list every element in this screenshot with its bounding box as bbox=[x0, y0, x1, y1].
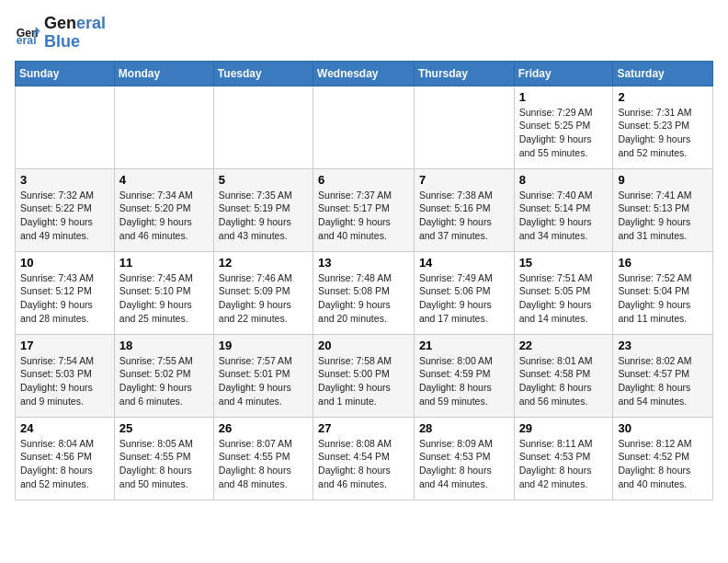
day-number: 5 bbox=[219, 173, 308, 187]
day-number: 17 bbox=[20, 339, 109, 352]
calendar-cell: 5Sunrise: 7:35 AMSunset: 5:19 PMDaylight… bbox=[213, 168, 313, 251]
day-number: 26 bbox=[219, 421, 308, 435]
calendar-cell: 12Sunrise: 7:46 AMSunset: 5:09 PMDayligh… bbox=[213, 251, 313, 334]
day-number: 27 bbox=[318, 421, 409, 435]
day-number: 9 bbox=[618, 173, 708, 187]
day-info: Sunrise: 8:07 AMSunset: 4:55 PMDaylight:… bbox=[219, 437, 308, 491]
day-info: Sunrise: 8:12 AMSunset: 4:52 PMDaylight:… bbox=[618, 437, 708, 491]
day-info: Sunrise: 8:08 AMSunset: 4:54 PMDaylight:… bbox=[318, 437, 409, 491]
calendar-cell: 14Sunrise: 7:49 AMSunset: 5:06 PMDayligh… bbox=[414, 251, 514, 334]
day-info: Sunrise: 7:48 AMSunset: 5:08 PMDaylight:… bbox=[318, 271, 409, 326]
day-info: Sunrise: 8:02 AMSunset: 4:57 PMDaylight:… bbox=[618, 354, 708, 408]
weekday-header-sunday: Sunday bbox=[16, 61, 115, 86]
svg-text:eral: eral bbox=[17, 34, 37, 46]
calendar-cell: 19Sunrise: 7:57 AMSunset: 5:01 PMDayligh… bbox=[213, 334, 313, 417]
day-info: Sunrise: 7:31 AMSunset: 5:23 PMDaylight:… bbox=[618, 106, 708, 160]
day-number: 21 bbox=[419, 339, 509, 352]
weekday-header-tuesday: Tuesday bbox=[213, 61, 313, 86]
calendar-cell: 6Sunrise: 7:37 AMSunset: 5:17 PMDaylight… bbox=[313, 168, 415, 251]
day-number: 18 bbox=[119, 339, 209, 352]
day-info: Sunrise: 7:35 AMSunset: 5:19 PMDaylight:… bbox=[219, 189, 308, 243]
weekday-header-thursday: Thursday bbox=[414, 61, 514, 86]
day-number: 12 bbox=[219, 256, 308, 270]
calendar-week-4: 17Sunrise: 7:54 AMSunset: 5:03 PMDayligh… bbox=[16, 334, 713, 417]
calendar-cell: 22Sunrise: 8:01 AMSunset: 4:58 PMDayligh… bbox=[514, 334, 613, 417]
day-info: Sunrise: 7:38 AMSunset: 5:16 PMDaylight:… bbox=[419, 189, 509, 243]
day-info: Sunrise: 8:11 AMSunset: 4:53 PMDaylight:… bbox=[519, 437, 609, 491]
calendar-cell bbox=[114, 86, 213, 168]
calendar-cell bbox=[414, 86, 514, 168]
day-number: 19 bbox=[219, 339, 308, 352]
calendar-cell: 28Sunrise: 8:09 AMSunset: 4:53 PMDayligh… bbox=[414, 417, 514, 500]
calendar-cell: 8Sunrise: 7:40 AMSunset: 5:14 PMDaylight… bbox=[514, 168, 613, 251]
day-info: Sunrise: 7:45 AMSunset: 5:10 PMDaylight:… bbox=[119, 271, 209, 326]
calendar-cell: 1Sunrise: 7:29 AMSunset: 5:25 PMDaylight… bbox=[514, 86, 613, 168]
day-info: Sunrise: 8:00 AMSunset: 4:59 PMDaylight:… bbox=[419, 354, 509, 408]
day-number: 14 bbox=[419, 256, 509, 270]
day-info: Sunrise: 8:04 AMSunset: 4:56 PMDaylight:… bbox=[20, 437, 109, 491]
calendar-cell: 29Sunrise: 8:11 AMSunset: 4:53 PMDayligh… bbox=[514, 417, 613, 500]
day-info: Sunrise: 7:29 AMSunset: 5:25 PMDaylight:… bbox=[519, 106, 609, 160]
day-number: 29 bbox=[519, 421, 609, 435]
day-info: Sunrise: 7:51 AMSunset: 5:05 PMDaylight:… bbox=[519, 271, 609, 326]
day-number: 24 bbox=[20, 421, 109, 435]
logo-icon: Gen eral bbox=[15, 20, 40, 46]
calendar-cell: 25Sunrise: 8:05 AMSunset: 4:55 PMDayligh… bbox=[114, 417, 213, 500]
calendar-cell: 3Sunrise: 7:32 AMSunset: 5:22 PMDaylight… bbox=[16, 168, 115, 251]
day-number: 25 bbox=[119, 421, 209, 435]
calendar-cell: 21Sunrise: 8:00 AMSunset: 4:59 PMDayligh… bbox=[414, 334, 514, 417]
day-info: Sunrise: 7:41 AMSunset: 5:13 PMDaylight:… bbox=[618, 189, 708, 243]
calendar-header: SundayMondayTuesdayWednesdayThursdayFrid… bbox=[16, 61, 713, 86]
day-info: Sunrise: 8:09 AMSunset: 4:53 PMDaylight:… bbox=[419, 437, 509, 491]
day-info: Sunrise: 7:58 AMSunset: 5:00 PMDaylight:… bbox=[318, 354, 409, 408]
day-info: Sunrise: 7:57 AMSunset: 5:01 PMDaylight:… bbox=[219, 354, 308, 408]
calendar-cell: 26Sunrise: 8:07 AMSunset: 4:55 PMDayligh… bbox=[213, 417, 313, 500]
calendar-cell: 2Sunrise: 7:31 AMSunset: 5:23 PMDaylight… bbox=[613, 86, 713, 168]
day-info: Sunrise: 7:40 AMSunset: 5:14 PMDaylight:… bbox=[519, 189, 609, 243]
day-info: Sunrise: 8:05 AMSunset: 4:55 PMDaylight:… bbox=[119, 437, 209, 491]
day-info: Sunrise: 7:49 AMSunset: 5:06 PMDaylight:… bbox=[419, 271, 509, 326]
day-number: 2 bbox=[618, 90, 708, 104]
day-number: 15 bbox=[519, 256, 609, 270]
logo-text-line1: General bbox=[44, 15, 106, 33]
calendar-week-1: 1Sunrise: 7:29 AMSunset: 5:25 PMDaylight… bbox=[16, 86, 713, 168]
calendar-cell: 4Sunrise: 7:34 AMSunset: 5:20 PMDaylight… bbox=[114, 168, 213, 251]
day-number: 30 bbox=[618, 421, 708, 435]
day-number: 22 bbox=[519, 339, 609, 352]
weekday-header-friday: Friday bbox=[514, 61, 613, 86]
day-info: Sunrise: 7:37 AMSunset: 5:17 PMDaylight:… bbox=[318, 189, 409, 243]
day-number: 28 bbox=[419, 421, 509, 435]
calendar-cell: 11Sunrise: 7:45 AMSunset: 5:10 PMDayligh… bbox=[114, 251, 213, 334]
calendar-cell: 16Sunrise: 7:52 AMSunset: 5:04 PMDayligh… bbox=[613, 251, 713, 334]
page-header: Gen eral General Blue bbox=[15, 15, 713, 52]
day-info: Sunrise: 7:43 AMSunset: 5:12 PMDaylight:… bbox=[20, 271, 109, 326]
day-info: Sunrise: 7:46 AMSunset: 5:09 PMDaylight:… bbox=[219, 271, 308, 326]
day-number: 4 bbox=[119, 173, 209, 187]
calendar-cell: 13Sunrise: 7:48 AMSunset: 5:08 PMDayligh… bbox=[313, 251, 415, 334]
weekday-header-saturday: Saturday bbox=[613, 61, 713, 86]
day-number: 13 bbox=[318, 256, 409, 270]
weekday-header-wednesday: Wednesday bbox=[313, 61, 415, 86]
logo-text-line2: Blue bbox=[44, 33, 106, 52]
calendar-cell: 27Sunrise: 8:08 AMSunset: 4:54 PMDayligh… bbox=[313, 417, 415, 500]
day-number: 1 bbox=[519, 90, 609, 104]
calendar-cell bbox=[16, 86, 115, 168]
day-number: 7 bbox=[419, 173, 509, 187]
day-number: 20 bbox=[318, 339, 409, 352]
day-info: Sunrise: 8:01 AMSunset: 4:58 PMDaylight:… bbox=[519, 354, 609, 408]
day-info: Sunrise: 7:55 AMSunset: 5:02 PMDaylight:… bbox=[119, 354, 209, 408]
calendar-week-2: 3Sunrise: 7:32 AMSunset: 5:22 PMDaylight… bbox=[16, 168, 713, 251]
calendar-cell bbox=[313, 86, 415, 168]
calendar-cell: 20Sunrise: 7:58 AMSunset: 5:00 PMDayligh… bbox=[313, 334, 415, 417]
day-number: 11 bbox=[119, 256, 209, 270]
day-info: Sunrise: 7:34 AMSunset: 5:20 PMDaylight:… bbox=[119, 189, 209, 243]
calendar-week-3: 10Sunrise: 7:43 AMSunset: 5:12 PMDayligh… bbox=[16, 251, 713, 334]
logo: Gen eral General Blue bbox=[15, 15, 106, 52]
calendar-cell: 17Sunrise: 7:54 AMSunset: 5:03 PMDayligh… bbox=[16, 334, 115, 417]
day-info: Sunrise: 7:32 AMSunset: 5:22 PMDaylight:… bbox=[20, 189, 109, 243]
calendar-cell: 7Sunrise: 7:38 AMSunset: 5:16 PMDaylight… bbox=[414, 168, 514, 251]
calendar-cell: 15Sunrise: 7:51 AMSunset: 5:05 PMDayligh… bbox=[514, 251, 613, 334]
calendar-cell: 9Sunrise: 7:41 AMSunset: 5:13 PMDaylight… bbox=[613, 168, 713, 251]
day-number: 6 bbox=[318, 173, 409, 187]
day-number: 3 bbox=[20, 173, 109, 187]
